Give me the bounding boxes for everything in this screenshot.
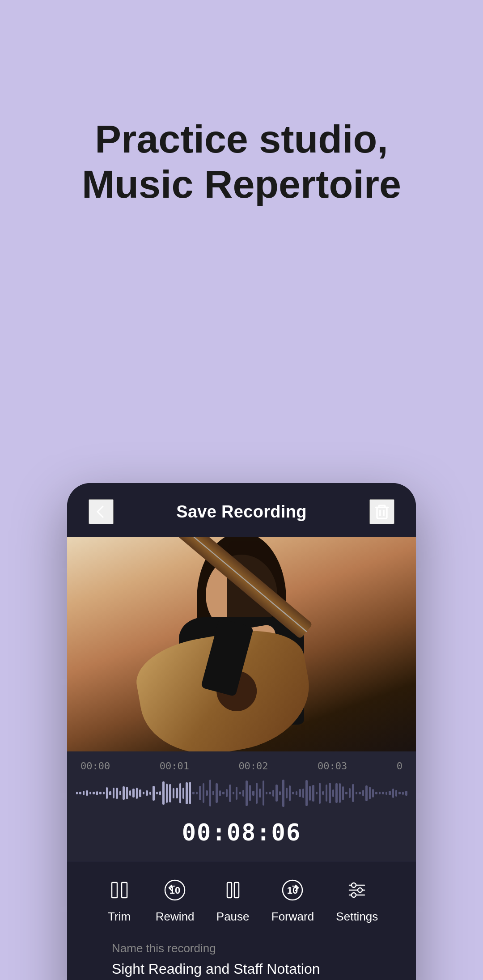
video-area bbox=[67, 537, 416, 751]
svg-point-15 bbox=[358, 888, 362, 892]
pause-label: Pause bbox=[216, 910, 250, 924]
timeline-label-2: 00:02 bbox=[238, 760, 268, 772]
controls-row: Trim 10 Rewind bbox=[94, 876, 389, 924]
svg-point-14 bbox=[352, 883, 356, 887]
rewind-icon: 10 bbox=[161, 876, 189, 904]
settings-icon bbox=[343, 876, 371, 904]
app-header: Save Recording bbox=[67, 483, 416, 537]
back-button[interactable] bbox=[89, 499, 114, 524]
pause-control[interactable]: Pause bbox=[216, 876, 250, 924]
svg-rect-0 bbox=[377, 507, 387, 518]
timeline-label-1: 00:01 bbox=[160, 760, 189, 772]
trim-label: Trim bbox=[108, 910, 131, 924]
trim-icon bbox=[105, 876, 134, 904]
recording-name-input[interactable] bbox=[112, 961, 371, 977]
hero-title: Practice studio, Music Repertoire bbox=[36, 116, 447, 207]
header-title: Save Recording bbox=[176, 502, 306, 522]
forward-control[interactable]: 10 Forward bbox=[271, 876, 314, 924]
waveform-section: 00:00 00:01 00:02 00:03 0 00:08:06 bbox=[67, 751, 416, 861]
settings-control[interactable]: Settings bbox=[336, 876, 378, 924]
svg-rect-7 bbox=[227, 882, 232, 898]
timeline-label-0: 00:00 bbox=[80, 760, 110, 772]
timeline-label-3: 00:03 bbox=[318, 760, 347, 772]
rewind-control[interactable]: 10 Rewind bbox=[156, 876, 195, 924]
pause-icon bbox=[219, 876, 247, 904]
forward-label: Forward bbox=[271, 910, 314, 924]
phone-container: Save Recording bbox=[67, 483, 416, 980]
delete-button[interactable] bbox=[369, 499, 394, 524]
rewind-label: Rewind bbox=[156, 910, 195, 924]
waveform-bars[interactable] bbox=[67, 775, 416, 811]
svg-rect-3 bbox=[112, 882, 117, 898]
settings-label: Settings bbox=[336, 910, 378, 924]
recording-name-input-wrapper bbox=[112, 961, 371, 980]
timeline-labels: 00:00 00:01 00:02 00:03 0 bbox=[67, 760, 416, 772]
timeline-label-4: 0 bbox=[397, 760, 402, 772]
controls-section: Trim 10 Rewind bbox=[67, 861, 416, 980]
svg-rect-8 bbox=[234, 882, 239, 898]
time-display: 00:08:06 bbox=[67, 811, 416, 857]
recording-name-label: Name this recording bbox=[112, 942, 371, 955]
hero-section: Practice studio, Music Repertoire bbox=[0, 0, 483, 251]
svg-point-16 bbox=[352, 893, 356, 897]
trim-control[interactable]: Trim bbox=[105, 876, 134, 924]
forward-icon: 10 bbox=[278, 876, 307, 904]
name-section: Name this recording bbox=[94, 942, 389, 980]
svg-rect-4 bbox=[122, 882, 127, 898]
